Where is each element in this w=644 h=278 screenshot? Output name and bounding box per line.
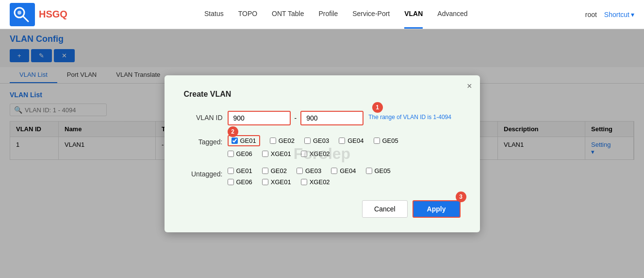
- untagged-ge02-item[interactable]: GE02: [262, 167, 287, 174]
- tagged-xge01-checkbox[interactable]: [262, 151, 268, 157]
- tagged-xge02-checkbox[interactable]: [301, 151, 307, 157]
- vlan-id-to-input[interactable]: [300, 111, 363, 125]
- untagged-ge02-checkbox[interactable]: [262, 168, 268, 174]
- tagged-ge05-checkbox[interactable]: [374, 138, 380, 144]
- vlan-id-inputs: -: [228, 111, 364, 125]
- nav-status[interactable]: Status: [204, 0, 224, 29]
- untagged-ge03-item[interactable]: GE03: [297, 167, 321, 174]
- vlan-id-from-input[interactable]: [228, 111, 291, 125]
- tagged-xge01-label: XGE01: [271, 150, 291, 157]
- modal-overlay: Create VLAN × 1 VLAN ID - The range of V…: [0, 29, 644, 278]
- tagged-ge06-checkbox[interactable]: [228, 151, 234, 157]
- svg-point-2: [17, 11, 21, 15]
- apply-button-wrapper: 3 Apply: [413, 200, 461, 218]
- untagged-xge01-label: XGE01: [271, 178, 291, 186]
- vlan-id-row: 1 VLAN ID - The range of VLAN ID is 1-40…: [184, 111, 461, 125]
- untagged-ge05-label: GE05: [375, 167, 391, 174]
- untagged-ge01-item[interactable]: GE01: [228, 167, 252, 174]
- untagged-xge02-item[interactable]: XGE02: [301, 178, 330, 186]
- nav-profile[interactable]: Profile: [319, 0, 338, 29]
- untagged-xge02-checkbox[interactable]: [301, 179, 307, 185]
- untagged-checkbox-group: GE01 GE02 GE03 GE04: [228, 167, 391, 186]
- logo-text: HSGQ: [39, 9, 67, 20]
- untagged-ge06-checkbox[interactable]: [228, 179, 234, 185]
- untagged-xge02-label: XGE02: [310, 178, 330, 186]
- untagged-xge01-checkbox[interactable]: [262, 179, 268, 185]
- cancel-button[interactable]: Cancel: [362, 200, 408, 218]
- tagged-ge04-label: GE04: [347, 137, 363, 144]
- shortcut-label: Shortcut: [604, 11, 629, 18]
- tagged-ge01-checkbox[interactable]: [231, 138, 238, 144]
- tagged-ge02-item[interactable]: GE02: [270, 137, 295, 144]
- tagged-ge02-label: GE02: [279, 137, 295, 144]
- untagged-xge01-item[interactable]: XGE01: [262, 178, 291, 186]
- tagged-ge04-checkbox[interactable]: [339, 138, 345, 144]
- untagged-ge03-checkbox[interactable]: [297, 168, 303, 174]
- vlan-range-hint: The range of VLAN ID is 1-4094: [368, 111, 451, 121]
- svg-rect-0: [10, 3, 35, 26]
- untagged-row: Untagged: GE01 GE02 GE03: [184, 167, 461, 186]
- apply-button[interactable]: Apply: [413, 200, 461, 218]
- create-vlan-modal: Create VLAN × 1 VLAN ID - The range of V…: [165, 75, 480, 232]
- untagged-ge04-checkbox[interactable]: [331, 168, 337, 174]
- hsgq-logo-icon: [10, 3, 35, 26]
- nav-menu: Status TOPO ONT Table Profile Service-Po…: [87, 0, 585, 29]
- untagged-ge01-label: GE01: [236, 167, 252, 174]
- tagged-xge02-item[interactable]: XGE02: [301, 150, 330, 157]
- nav-ont-table[interactable]: ONT Table: [272, 0, 304, 29]
- untagged-row-2: GE06 XGE01 XGE02: [228, 178, 391, 186]
- tagged-label: Tagged:: [184, 135, 223, 146]
- untagged-row-1: GE01 GE02 GE03 GE04: [228, 167, 391, 174]
- nav-advanced[interactable]: Advanced: [437, 0, 467, 29]
- tagged-checkbox-group: 2 GE01 GE02 GE03 GE04: [228, 135, 398, 157]
- tagged-ge06-item[interactable]: GE06: [228, 150, 252, 157]
- modal-footer: Cancel 3 Apply: [184, 200, 461, 218]
- tagged-row-1: 2 GE01 GE02 GE03 GE04: [228, 135, 398, 146]
- tagged-ge04-item[interactable]: GE04: [339, 137, 363, 144]
- untagged-ge05-checkbox[interactable]: [366, 168, 372, 174]
- shortcut-menu[interactable]: Shortcut ▾: [604, 11, 634, 18]
- modal-close-button[interactable]: ×: [467, 81, 472, 91]
- untagged-ge04-item[interactable]: GE04: [331, 167, 356, 174]
- step-badge-2: 2: [228, 126, 238, 137]
- step-badge-3: 3: [456, 191, 466, 202]
- tagged-ge03-checkbox[interactable]: [304, 138, 311, 144]
- nav-topo[interactable]: TOPO: [238, 0, 257, 29]
- nav-right: root Shortcut ▾: [585, 11, 634, 18]
- nav-vlan[interactable]: VLAN: [404, 0, 423, 29]
- modal-title: Create VLAN: [184, 90, 461, 99]
- untagged-label: Untagged:: [184, 167, 223, 178]
- tagged-row-2: GE06 XGE01 XGE02: [228, 150, 398, 157]
- logo-area: HSGQ: [10, 3, 67, 26]
- untagged-ge04-label: GE04: [340, 167, 356, 174]
- tagged-row: Tagged: 2 GE01 GE02 GE03: [184, 135, 461, 157]
- tagged-ge03-item[interactable]: GE03: [304, 137, 329, 144]
- untagged-ge06-item[interactable]: GE06: [228, 178, 252, 186]
- vlan-id-label: VLAN ID: [184, 111, 223, 122]
- tagged-ge02-checkbox[interactable]: [270, 138, 276, 144]
- untagged-ge02-label: GE02: [271, 167, 287, 174]
- chevron-down-icon: ▾: [631, 11, 634, 18]
- tagged-xge01-item[interactable]: XGE01: [262, 150, 291, 157]
- vlan-id-separator: -: [295, 114, 297, 122]
- tagged-ge03-label: GE03: [313, 137, 329, 144]
- tagged-xge02-label: XGE02: [310, 150, 330, 157]
- tagged-ge05-item[interactable]: GE05: [374, 137, 398, 144]
- header: HSGQ Status TOPO ONT Table Profile Servi…: [0, 0, 644, 29]
- nav-service-port[interactable]: Service-Port: [352, 0, 390, 29]
- tagged-ge06-label: GE06: [236, 150, 252, 157]
- tagged-ge01-label: GE01: [240, 137, 256, 144]
- untagged-ge01-checkbox[interactable]: [228, 168, 234, 174]
- step-badge-1: 1: [372, 102, 383, 113]
- untagged-ge03-label: GE03: [305, 167, 321, 174]
- untagged-ge05-item[interactable]: GE05: [366, 167, 391, 174]
- untagged-ge06-label: GE06: [236, 178, 252, 186]
- user-name: root: [585, 11, 597, 18]
- tagged-ge05-label: GE05: [382, 137, 398, 144]
